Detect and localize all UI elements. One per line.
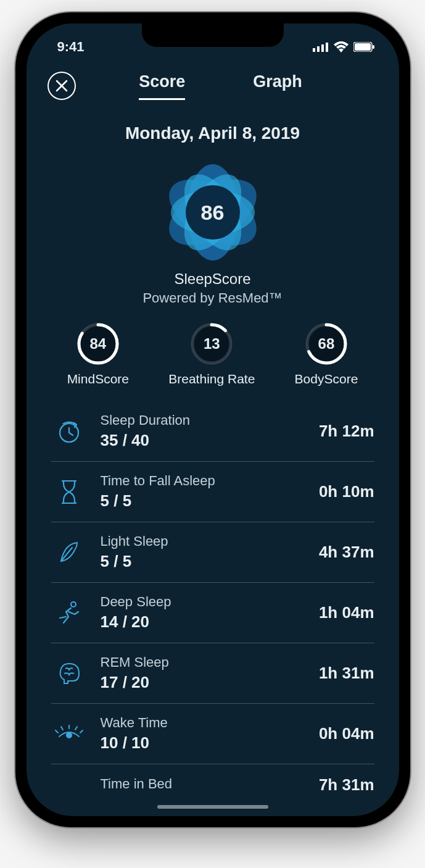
- header: Score Graph: [27, 58, 399, 100]
- bodyscore-value: 68: [318, 335, 335, 353]
- metric-text: Wake Time 10 / 10: [101, 715, 319, 753]
- metric-row[interactable]: Wake Time 10 / 10 0h 04m: [51, 704, 374, 764]
- metric-row[interactable]: REM Sleep 17 / 20 1h 31m: [51, 643, 374, 704]
- notch: [142, 23, 284, 47]
- metric-score: 14 / 20: [101, 612, 319, 632]
- screen: 9:41 Score Graph Monday, April 8, 2019: [27, 23, 399, 816]
- status-time: 9:41: [57, 39, 85, 55]
- powered-by-label: Powered by ResMed™: [142, 290, 282, 306]
- sleep-score-label: SleepScore: [174, 270, 250, 288]
- run-icon: [51, 599, 87, 627]
- metric-text: Light Sleep 5 / 5: [101, 533, 319, 571]
- svg-rect-2: [321, 44, 324, 52]
- metric-row[interactable]: Time to Fall Asleep 5 / 5 0h 10m: [51, 462, 374, 522]
- mindscore[interactable]: 84 MindScore: [67, 322, 129, 386]
- metric-text: Time in Bed: [101, 776, 319, 795]
- metric-duration: 1h 04m: [319, 603, 374, 622]
- metric-title: Light Sleep: [101, 533, 319, 549]
- tab-score[interactable]: Score: [139, 72, 185, 100]
- hourglass-icon: [51, 478, 87, 506]
- mindscore-label: MindScore: [67, 372, 129, 386]
- sub-scores: 84 MindScore 13 Breathing Rate 68 BodySc…: [27, 322, 399, 386]
- metric-row[interactable]: Deep Sleep 14 / 20 1h 04m: [51, 583, 374, 643]
- date-label: Monday, April 8, 2019: [27, 123, 399, 143]
- close-icon: [56, 80, 68, 92]
- metric-text: Deep Sleep 14 / 20: [101, 594, 319, 632]
- battery-icon: [353, 42, 374, 52]
- svg-rect-3: [326, 43, 328, 52]
- metric-score: 17 / 20: [101, 673, 319, 692]
- main-score-container: 86 SleepScore Powered by ResMed™: [27, 157, 399, 306]
- metric-score: 35 / 40: [101, 431, 319, 450]
- home-indicator[interactable]: [157, 805, 268, 809]
- metric-row[interactable]: Time in Bed 7h 31m: [51, 764, 374, 806]
- metric-duration: 7h 31m: [319, 775, 374, 795]
- metric-duration: 0h 04m: [319, 724, 374, 743]
- tabs: Score Graph: [76, 72, 366, 100]
- metric-text: REM Sleep 17 / 20: [101, 654, 319, 692]
- status-icons: [313, 41, 374, 52]
- tab-graph[interactable]: Graph: [253, 72, 302, 100]
- metric-duration: 4h 37m: [319, 543, 374, 562]
- close-button[interactable]: [47, 72, 76, 100]
- breathing-rate-label: Breathing Rate: [168, 372, 255, 386]
- metric-text: Sleep Duration 35 / 40: [101, 412, 319, 450]
- svg-point-20: [71, 602, 76, 607]
- metrics-list: Sleep Duration 35 / 40 7h 12m Time to Fa…: [27, 401, 399, 806]
- mindscore-value: 84: [89, 335, 106, 353]
- metric-text: Time to Fall Asleep 5 / 5: [101, 473, 319, 511]
- breathing-rate-value: 13: [204, 335, 220, 353]
- metric-duration: 7h 12m: [319, 422, 374, 441]
- clock-icon: [51, 418, 87, 445]
- metric-row[interactable]: Light Sleep 5 / 5 4h 37m: [51, 522, 374, 583]
- metric-title: Wake Time: [101, 715, 319, 731]
- breathing-rate[interactable]: 13 Breathing Rate: [168, 322, 255, 386]
- wifi-icon: [334, 41, 349, 52]
- score-flower: 86: [157, 157, 268, 268]
- metric-title: REM Sleep: [101, 654, 319, 670]
- signal-icon: [313, 42, 329, 52]
- metric-duration: 0h 10m: [319, 482, 374, 501]
- bodyscore[interactable]: 68 BodyScore: [295, 322, 358, 386]
- metric-title: Sleep Duration: [101, 412, 319, 428]
- svg-point-21: [67, 733, 72, 738]
- svg-rect-0: [313, 48, 315, 52]
- metric-duration: 1h 31m: [319, 664, 374, 683]
- bodyscore-label: BodyScore: [295, 372, 358, 386]
- main-score-value: 86: [186, 185, 240, 240]
- svg-rect-5: [355, 43, 371, 51]
- phone-frame: 9:41 Score Graph Monday, April 8, 2019: [15, 12, 410, 827]
- metric-score: 10 / 10: [101, 733, 319, 753]
- eye-icon: [51, 724, 87, 744]
- metric-title: Deep Sleep: [101, 594, 319, 610]
- metric-title: Time to Fall Asleep: [101, 473, 319, 489]
- metric-score: 5 / 5: [101, 552, 319, 571]
- brain-icon: [51, 660, 87, 687]
- svg-rect-6: [373, 45, 374, 49]
- metric-score: 5 / 5: [101, 491, 319, 511]
- metric-title: Time in Bed: [101, 776, 319, 792]
- metric-row[interactable]: Sleep Duration 35 / 40 7h 12m: [51, 401, 374, 462]
- feather-icon: [51, 539, 87, 566]
- svg-rect-1: [317, 46, 320, 52]
